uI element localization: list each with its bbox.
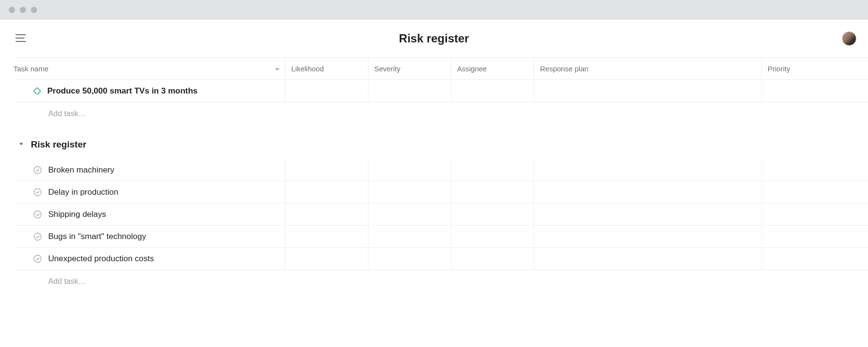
add-task-label: Add task… bbox=[48, 277, 86, 286]
cell-priority[interactable] bbox=[762, 226, 829, 247]
window-titlebar bbox=[0, 0, 868, 20]
cell-response-plan[interactable] bbox=[534, 226, 762, 247]
milestone-name: Produce 50,000 smart TVs in 3 months bbox=[47, 86, 198, 96]
svg-marker-1 bbox=[19, 143, 23, 146]
window-maximize-button[interactable] bbox=[31, 7, 37, 13]
column-header-label: Likelihood bbox=[291, 65, 324, 73]
check-circle-icon[interactable] bbox=[33, 165, 42, 175]
cell-likelihood[interactable] bbox=[285, 80, 368, 102]
caret-down-icon[interactable] bbox=[18, 140, 24, 149]
task-row[interactable]: Bugs in "smart" technology bbox=[14, 226, 868, 248]
cell-assignee[interactable] bbox=[451, 203, 534, 225]
cell-severity[interactable] bbox=[368, 159, 451, 181]
svg-point-3 bbox=[34, 188, 41, 196]
task-name-cell[interactable]: Shipping delays bbox=[14, 203, 285, 225]
cell-likelihood[interactable] bbox=[285, 159, 368, 181]
svg-point-6 bbox=[34, 255, 41, 262]
cell-assignee[interactable] bbox=[451, 80, 534, 102]
task-row[interactable]: Unexpected production costs bbox=[14, 248, 868, 270]
cell-priority[interactable] bbox=[762, 203, 829, 225]
cell-priority[interactable] bbox=[762, 159, 829, 181]
task-name: Shipping delays bbox=[48, 210, 106, 219]
column-headers: Task name Likelihood Severity Assignee R… bbox=[14, 57, 868, 80]
task-name: Bugs in "smart" technology bbox=[48, 232, 146, 241]
cell-priority[interactable] bbox=[762, 80, 829, 102]
add-task-label: Add task… bbox=[48, 109, 86, 118]
cell-response-plan[interactable] bbox=[534, 159, 762, 181]
column-header-response-plan[interactable]: Response plan bbox=[534, 58, 762, 80]
cell-assignee[interactable] bbox=[451, 226, 534, 247]
cell-likelihood[interactable] bbox=[285, 226, 368, 247]
section-header[interactable]: Risk register bbox=[14, 130, 868, 159]
chevron-down-icon[interactable] bbox=[270, 66, 285, 72]
page-header: Risk register bbox=[0, 20, 868, 57]
check-circle-icon[interactable] bbox=[33, 187, 42, 197]
check-circle-icon[interactable] bbox=[33, 210, 42, 219]
cell-severity[interactable] bbox=[368, 248, 451, 269]
svg-rect-0 bbox=[34, 87, 41, 94]
page-title: Risk register bbox=[399, 32, 469, 45]
task-row[interactable]: Delay in production bbox=[14, 181, 868, 203]
cell-likelihood[interactable] bbox=[285, 248, 368, 269]
cell-response-plan[interactable] bbox=[534, 203, 762, 225]
task-name-cell[interactable]: Broken machinery bbox=[14, 159, 285, 181]
cell-likelihood[interactable] bbox=[285, 203, 368, 225]
section-title: Risk register bbox=[31, 139, 86, 150]
column-header-priority[interactable]: Priority bbox=[762, 58, 829, 80]
task-table: Task name Likelihood Severity Assignee R… bbox=[0, 57, 868, 293]
column-header-task-name[interactable]: Task name bbox=[14, 58, 285, 80]
milestone-task-cell[interactable]: Produce 50,000 smart TVs in 3 months bbox=[14, 80, 285, 102]
column-header-label: Response plan bbox=[540, 65, 588, 73]
task-name-cell[interactable]: Delay in production bbox=[14, 181, 285, 203]
svg-point-4 bbox=[34, 211, 41, 218]
column-header-label: Assignee bbox=[457, 65, 487, 73]
add-task-button[interactable]: Add task… bbox=[14, 270, 868, 293]
cell-likelihood[interactable] bbox=[285, 181, 368, 203]
cell-severity[interactable] bbox=[368, 203, 451, 225]
column-header-assignee[interactable]: Assignee bbox=[451, 58, 534, 80]
milestone-icon bbox=[33, 87, 41, 95]
column-header-label: Severity bbox=[374, 65, 400, 73]
cell-response-plan[interactable] bbox=[534, 80, 762, 102]
column-header-likelihood[interactable]: Likelihood bbox=[285, 58, 368, 80]
task-name: Unexpected production costs bbox=[48, 254, 154, 264]
add-task-button[interactable]: Add task… bbox=[14, 102, 868, 125]
cell-assignee[interactable] bbox=[451, 248, 534, 269]
user-avatar[interactable] bbox=[842, 31, 856, 46]
cell-priority[interactable] bbox=[762, 248, 829, 269]
cell-severity[interactable] bbox=[368, 80, 451, 102]
cell-severity[interactable] bbox=[368, 226, 451, 247]
cell-response-plan[interactable] bbox=[534, 181, 762, 203]
check-circle-icon[interactable] bbox=[33, 254, 42, 264]
window-close-button[interactable] bbox=[9, 7, 15, 13]
column-header-label: Task name bbox=[14, 65, 270, 73]
task-row[interactable]: Shipping delays bbox=[14, 203, 868, 226]
task-name: Broken machinery bbox=[48, 165, 114, 175]
cell-assignee[interactable] bbox=[451, 181, 534, 203]
cell-response-plan[interactable] bbox=[534, 248, 762, 269]
milestone-row[interactable]: Produce 50,000 smart TVs in 3 months bbox=[14, 80, 868, 102]
svg-point-5 bbox=[34, 233, 41, 240]
check-circle-icon[interactable] bbox=[33, 232, 42, 241]
task-name-cell[interactable]: Unexpected production costs bbox=[14, 248, 285, 269]
cell-severity[interactable] bbox=[368, 181, 451, 203]
column-header-label: Priority bbox=[768, 65, 790, 73]
task-name: Delay in production bbox=[48, 187, 119, 197]
task-name-cell[interactable]: Bugs in "smart" technology bbox=[14, 226, 285, 247]
cell-priority[interactable] bbox=[762, 181, 829, 203]
menu-icon[interactable] bbox=[15, 34, 26, 43]
cell-assignee[interactable] bbox=[451, 159, 534, 181]
window-minimize-button[interactable] bbox=[20, 7, 26, 13]
column-header-severity[interactable]: Severity bbox=[368, 58, 451, 80]
task-row[interactable]: Broken machinery bbox=[14, 159, 868, 181]
svg-point-2 bbox=[34, 166, 41, 174]
